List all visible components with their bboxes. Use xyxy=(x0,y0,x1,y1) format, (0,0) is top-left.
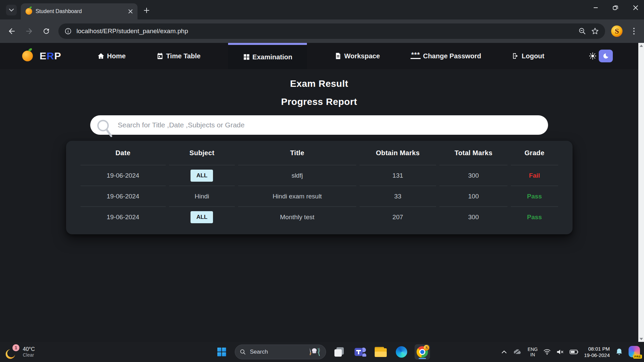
page-subtitle: Progress Report xyxy=(0,97,638,107)
nav-items: Home Time Table Examination Workspace **… xyxy=(94,43,561,69)
copilot-button[interactable]: PRE xyxy=(629,346,641,358)
hidden-icons-chevron[interactable] xyxy=(501,350,507,354)
table-row[interactable]: 19-06-2024 ALL sldfj 131 300 Fail xyxy=(80,165,558,186)
cell-obtain-marks: 131 xyxy=(360,165,436,186)
windows-taskbar: 1 40°C Clear Search xyxy=(0,342,644,362)
system-tray: ENG IN 08:01 PM 19-06-2024 PRE xyxy=(501,342,641,362)
close-button[interactable] xyxy=(633,5,639,11)
taskbar-search-label: Search xyxy=(250,349,308,355)
profile-avatar[interactable]: S xyxy=(611,25,623,37)
active-app-indicator xyxy=(419,358,426,359)
cell-obtain-marks: 207 xyxy=(360,206,436,227)
logout-icon xyxy=(512,52,519,60)
nav-item-workspace[interactable]: Workspace xyxy=(331,43,383,69)
edge-browser-button[interactable] xyxy=(394,344,409,360)
page-title: Exam Result xyxy=(0,78,638,89)
cell-title: Monthly test xyxy=(238,206,356,227)
tab-search-button[interactable] xyxy=(6,5,17,15)
clock[interactable]: 08:01 PM 19-06-2024 xyxy=(584,346,610,358)
chrome-browser-button[interactable]: S xyxy=(415,344,430,360)
notifications-bell-icon[interactable] xyxy=(615,348,623,356)
nav-item-examination[interactable]: Examination xyxy=(228,43,307,69)
tab-close-icon[interactable] xyxy=(128,9,133,14)
weather-temp: 40°C xyxy=(23,346,35,352)
cell-grade: Pass xyxy=(511,206,558,227)
cell-date: 19-06-2024 xyxy=(80,186,166,206)
search-input[interactable] xyxy=(90,115,548,135)
light-mode-button[interactable] xyxy=(587,50,599,62)
nav-label: Workspace xyxy=(344,52,380,60)
search-icon xyxy=(240,349,246,355)
scroll-down-icon[interactable] xyxy=(640,338,643,340)
file-explorer-button[interactable] xyxy=(373,344,388,360)
restore-button[interactable] xyxy=(612,5,619,11)
battery-icon[interactable] xyxy=(570,349,578,355)
bookmark-star-icon[interactable] xyxy=(591,27,599,35)
subject-badge: ALL xyxy=(191,170,213,182)
nav-item-time-table[interactable]: Time Table xyxy=(153,43,204,69)
cell-total-marks: 100 xyxy=(439,186,507,206)
table-row[interactable]: 19-06-2024 Hindi Hindi exam result 33 10… xyxy=(80,186,558,206)
onedrive-paused-icon[interactable] xyxy=(513,349,522,355)
weather-widget[interactable]: 1 40°C Clear xyxy=(5,342,35,362)
cell-date: 19-06-2024 xyxy=(80,165,166,186)
cell-obtain-marks: 33 xyxy=(360,186,436,206)
task-view-button[interactable] xyxy=(331,344,347,360)
scroll-up-icon[interactable] xyxy=(640,45,643,47)
reload-button[interactable] xyxy=(42,27,50,35)
edge-icon xyxy=(396,346,407,358)
volume-muted-icon[interactable] xyxy=(556,349,564,355)
new-tab-button[interactable] xyxy=(144,7,150,15)
password-asterisks-icon: *** xyxy=(411,53,421,59)
grid-icon xyxy=(243,53,250,61)
home-icon xyxy=(97,52,105,60)
cell-subject: Hindi xyxy=(169,186,235,206)
zoom-indicator-icon[interactable] xyxy=(578,27,586,35)
nav-item-change-password[interactable]: *** Change Password xyxy=(407,43,484,69)
menu-kebab-icon[interactable] xyxy=(631,27,637,35)
wifi-icon[interactable] xyxy=(543,349,551,355)
start-button[interactable] xyxy=(214,344,229,360)
teams-app-button[interactable] xyxy=(352,344,368,360)
browser-tab[interactable]: Student Dashboard xyxy=(21,3,138,19)
site-info-icon[interactable] xyxy=(64,27,72,35)
subject-badge: ALL xyxy=(191,211,213,223)
document-icon xyxy=(334,52,342,60)
language-line1: ENG xyxy=(528,347,538,352)
search-highlight-image xyxy=(308,347,321,357)
taskbar-search[interactable]: Search xyxy=(235,345,326,359)
dark-mode-button[interactable] xyxy=(599,50,613,62)
page-scrollbar[interactable] xyxy=(638,43,644,342)
header-title: Title xyxy=(238,141,356,165)
tray-time: 08:01 PM xyxy=(584,346,610,352)
cell-subject: ALL xyxy=(169,206,235,227)
brand[interactable]: ERP xyxy=(0,43,94,69)
table-row[interactable]: 19-06-2024 ALL Monthly test 207 300 Pass xyxy=(80,206,558,227)
language-indicator[interactable]: ENG IN xyxy=(528,347,538,357)
cell-title: sldfj xyxy=(238,165,356,186)
header-subject: Subject xyxy=(169,141,235,165)
results-tbody: 19-06-2024 ALL sldfj 131 300 Fail 19-06-… xyxy=(80,165,558,227)
grade-value: Pass xyxy=(527,193,542,200)
cell-total-marks: 300 xyxy=(439,165,507,186)
calendar-icon xyxy=(156,52,164,60)
tab-favicon-icon xyxy=(25,8,32,15)
screen: Student Dashboard localhost/ERP/student_… xyxy=(0,0,644,362)
minimize-button[interactable] xyxy=(593,5,598,10)
cell-title: Hindi exam result xyxy=(238,186,356,206)
url-text[interactable]: localhost/ERP/student_panel/exam.php xyxy=(76,27,574,35)
search-bar xyxy=(90,115,548,135)
header-total-marks: Total Marks xyxy=(439,141,507,165)
back-button[interactable] xyxy=(7,27,16,36)
weather-desc: Clear xyxy=(23,352,35,358)
cell-subject: ALL xyxy=(169,165,235,186)
url-bar[interactable]: localhost/ERP/student_panel/exam.php xyxy=(58,23,605,39)
forward-button[interactable] xyxy=(25,27,34,36)
theme-toggle[interactable] xyxy=(587,50,613,62)
subject-badge: Hindi xyxy=(195,193,209,200)
nav-item-logout[interactable]: Logout xyxy=(508,43,548,69)
nav-item-home[interactable]: Home xyxy=(94,43,129,69)
browser-toolbar: localhost/ERP/student_panel/exam.php S xyxy=(0,19,644,43)
nav-label: Home xyxy=(107,52,126,60)
chevron-down-icon xyxy=(9,9,14,12)
